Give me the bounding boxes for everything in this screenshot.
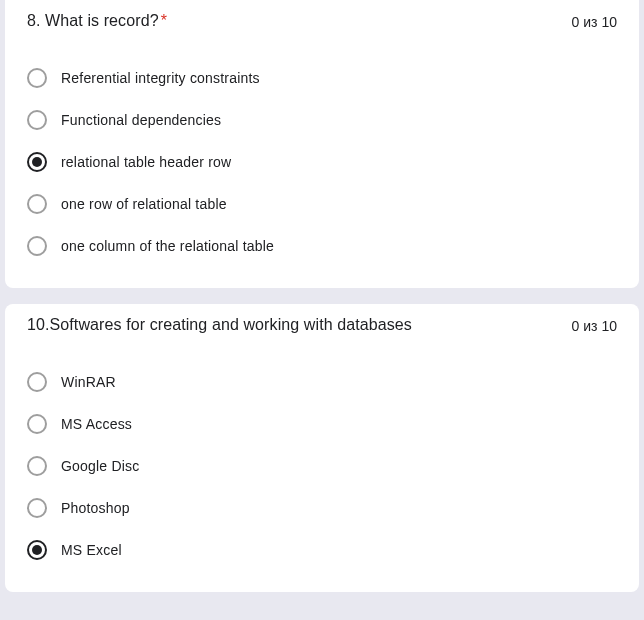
question-card: 8. What is record?*0 из 10Referential in… xyxy=(5,0,639,288)
option-row[interactable]: Photoshop xyxy=(27,498,617,518)
radio-icon[interactable] xyxy=(27,456,47,476)
radio-icon[interactable] xyxy=(27,540,47,560)
question-header: 10.Softwares for creating and working wi… xyxy=(27,316,617,334)
option-label: Google Disc xyxy=(61,458,139,474)
option-label: Functional dependencies xyxy=(61,112,221,128)
question-title-text: 10.Softwares for creating and working wi… xyxy=(27,316,412,333)
question-card: 10.Softwares for creating and working wi… xyxy=(5,304,639,592)
option-label: one row of relational table xyxy=(61,196,227,212)
options-group: WinRARMS AccessGoogle DiscPhotoshopMS Ex… xyxy=(27,372,617,560)
radio-icon[interactable] xyxy=(27,236,47,256)
option-row[interactable]: one row of relational table xyxy=(27,194,617,214)
option-row[interactable]: Functional dependencies xyxy=(27,110,617,130)
required-star: * xyxy=(161,12,167,29)
option-label: WinRAR xyxy=(61,374,116,390)
radio-icon[interactable] xyxy=(27,110,47,130)
option-label: MS Access xyxy=(61,416,132,432)
options-group: Referential integrity constraintsFunctio… xyxy=(27,68,617,256)
question-title-text: 8. What is record? xyxy=(27,12,159,29)
option-row[interactable]: MS Access xyxy=(27,414,617,434)
radio-icon[interactable] xyxy=(27,414,47,434)
option-label: one column of the relational table xyxy=(61,238,274,254)
radio-icon[interactable] xyxy=(27,498,47,518)
option-row[interactable]: Referential integrity constraints xyxy=(27,68,617,88)
radio-icon[interactable] xyxy=(27,68,47,88)
score-label: 0 из 10 xyxy=(572,12,617,30)
option-row[interactable]: one column of the relational table xyxy=(27,236,617,256)
option-label: relational table header row xyxy=(61,154,231,170)
radio-icon[interactable] xyxy=(27,372,47,392)
radio-icon[interactable] xyxy=(27,152,47,172)
radio-icon[interactable] xyxy=(27,194,47,214)
question-title: 8. What is record?* xyxy=(27,12,167,30)
option-row[interactable]: WinRAR xyxy=(27,372,617,392)
option-row[interactable]: Google Disc xyxy=(27,456,617,476)
option-row[interactable]: relational table header row xyxy=(27,152,617,172)
option-label: Photoshop xyxy=(61,500,130,516)
option-label: Referential integrity constraints xyxy=(61,70,260,86)
score-label: 0 из 10 xyxy=(572,316,617,334)
option-row[interactable]: MS Excel xyxy=(27,540,617,560)
option-label: MS Excel xyxy=(61,542,122,558)
question-title: 10.Softwares for creating and working wi… xyxy=(27,316,412,334)
question-header: 8. What is record?*0 из 10 xyxy=(27,12,617,30)
